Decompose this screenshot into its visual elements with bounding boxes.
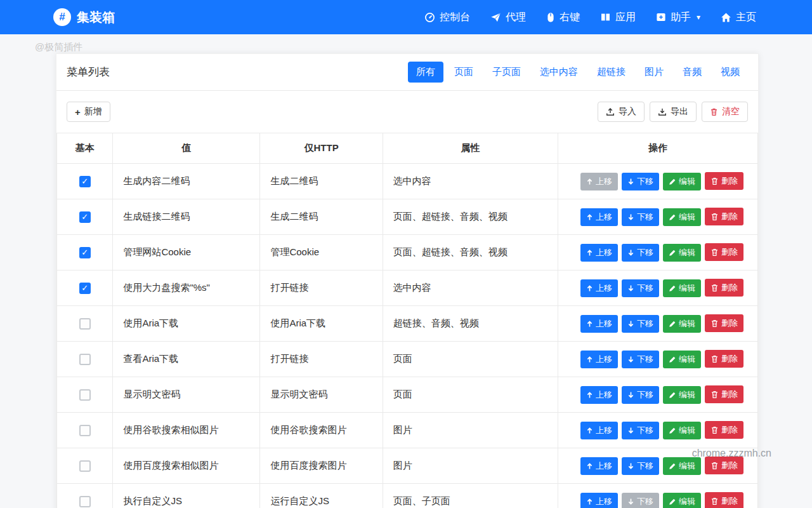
move-up-button[interactable]: 上移: [580, 422, 618, 439]
cell-only-http: 运行自定义JS: [260, 484, 383, 508]
clear-button[interactable]: 清空: [702, 102, 748, 122]
move-up-button-label: 上移: [596, 389, 612, 401]
move-up-button-label: 上移: [596, 460, 612, 472]
move-down-button[interactable]: 下移: [622, 457, 659, 475]
move-up-button[interactable]: 上移: [580, 279, 618, 297]
move-up-button[interactable]: 上移: [580, 351, 618, 368]
delete-button[interactable]: 删除: [705, 314, 743, 332]
row-checkbox[interactable]: [79, 318, 91, 330]
cell-attributes: 选中内容: [383, 164, 558, 199]
edit-icon: [669, 320, 676, 328]
move-down-button[interactable]: 下移: [622, 279, 659, 297]
move-down-button[interactable]: 下移: [622, 422, 659, 439]
tab-selection[interactable]: 选中内容: [532, 62, 586, 83]
edit-button[interactable]: 编辑: [663, 173, 701, 190]
move-up-button[interactable]: 上移: [580, 173, 618, 190]
edit-button[interactable]: 编辑: [663, 493, 701, 508]
tab-page[interactable]: 页面: [446, 62, 481, 83]
edit-button[interactable]: 编辑: [663, 279, 701, 297]
cell-only-http: 使用Aria下载: [260, 306, 383, 342]
move-down-button[interactable]: 下移: [622, 244, 659, 262]
row-checkbox[interactable]: [79, 425, 91, 436]
move-up-button[interactable]: 上移: [580, 208, 618, 226]
arrow-down-icon: [627, 213, 634, 221]
move-down-button-label: 下移: [637, 247, 653, 258]
nav-item-home[interactable]: 主页: [721, 11, 756, 24]
move-up-button[interactable]: 上移: [580, 493, 618, 508]
delete-button[interactable]: 删除: [705, 208, 743, 225]
nav-item-proxy[interactable]: 代理: [490, 11, 526, 24]
row-checkbox[interactable]: ✓: [79, 176, 91, 187]
move-up-button[interactable]: 上移: [580, 244, 618, 262]
brand[interactable]: # 集装箱: [53, 8, 115, 26]
cell-value: 显示明文密码: [113, 377, 260, 413]
delete-button[interactable]: 删除: [705, 243, 743, 261]
row-checkbox[interactable]: [79, 496, 91, 507]
export-button[interactable]: 导出: [650, 102, 697, 122]
tab-all[interactable]: 所有: [408, 62, 443, 83]
delete-button[interactable]: 删除: [705, 279, 743, 297]
move-down-button[interactable]: 下移: [622, 351, 659, 368]
row-checkbox[interactable]: [79, 354, 91, 365]
nav-item-context-menu[interactable]: 右键: [546, 11, 580, 24]
dashboard-icon: [424, 12, 435, 23]
row-checkbox[interactable]: ✓: [79, 283, 91, 294]
cell-actions: 上移下移编辑删除: [558, 235, 758, 271]
nav-item-assistant[interactable]: 助手▾: [656, 11, 700, 24]
edit-button[interactable]: 编辑: [663, 351, 701, 368]
menu-table: 基本值仅HTTP属性操作 ✓生成内容二维码生成二维码选中内容上移下移编辑删除✓生…: [56, 133, 758, 508]
column-header: 值: [113, 133, 260, 164]
delete-button[interactable]: 删除: [705, 385, 743, 403]
upload-icon: [606, 107, 615, 116]
move-down-button-label: 下移: [637, 176, 653, 187]
move-up-button[interactable]: 上移: [580, 315, 618, 333]
add-button[interactable]: +新增: [67, 102, 110, 122]
home-icon: [721, 12, 731, 23]
trash-icon: [710, 248, 719, 257]
delete-button[interactable]: 删除: [705, 172, 743, 190]
delete-button[interactable]: 删除: [705, 457, 743, 474]
import-button[interactable]: 导入: [598, 102, 645, 122]
row-checkbox[interactable]: ✓: [79, 247, 91, 258]
edit-button[interactable]: 编辑: [663, 315, 701, 333]
tab-image[interactable]: 图片: [636, 62, 672, 83]
cell-only-http: 管理Cookie: [260, 235, 383, 271]
cell-attributes: 选中内容: [383, 271, 558, 306]
delete-button[interactable]: 删除: [705, 492, 743, 508]
trash-icon: [710, 425, 719, 434]
cell-only-http: 使用百度搜索图片: [260, 448, 383, 484]
row-checkbox[interactable]: [79, 389, 91, 401]
delete-button[interactable]: 删除: [705, 350, 743, 368]
move-down-button[interactable]: 下移: [622, 208, 659, 226]
edit-button[interactable]: 编辑: [663, 244, 701, 262]
row-checkbox[interactable]: [79, 460, 91, 472]
tab-video[interactable]: 视频: [712, 62, 748, 83]
trash-icon: [710, 461, 719, 470]
move-down-button[interactable]: 下移: [622, 173, 659, 190]
edit-icon: [669, 178, 676, 185]
edit-button-label: 编辑: [679, 354, 695, 365]
move-down-button[interactable]: 下移: [622, 386, 659, 404]
window-plus-icon: [656, 12, 666, 22]
move-up-button[interactable]: 上移: [580, 386, 618, 404]
edit-button[interactable]: 编辑: [663, 208, 701, 226]
move-down-button-label: 下移: [637, 354, 653, 365]
tab-audio[interactable]: 音频: [674, 62, 710, 83]
delete-button[interactable]: 删除: [705, 421, 743, 439]
delete-button-label: 删除: [721, 353, 738, 364]
move-down-button[interactable]: 下移: [622, 493, 659, 508]
tab-subpage[interactable]: 子页面: [484, 62, 529, 83]
nav-item-console[interactable]: 控制台: [424, 11, 470, 24]
tab-link[interactable]: 超链接: [589, 62, 634, 83]
cell-value: 管理网站Cookie: [113, 235, 260, 271]
edit-button[interactable]: 编辑: [663, 422, 701, 439]
move-up-button[interactable]: 上移: [580, 457, 618, 475]
edit-button[interactable]: 编辑: [663, 386, 701, 404]
nav-item-apps[interactable]: 应用: [600, 11, 636, 24]
row-checkbox[interactable]: ✓: [79, 211, 91, 223]
move-down-button[interactable]: 下移: [622, 315, 659, 333]
edit-button[interactable]: 编辑: [663, 457, 701, 475]
cell-value: 生成链接二维码: [113, 199, 260, 235]
arrow-down-icon: [627, 391, 634, 399]
edit-icon: [669, 249, 676, 257]
